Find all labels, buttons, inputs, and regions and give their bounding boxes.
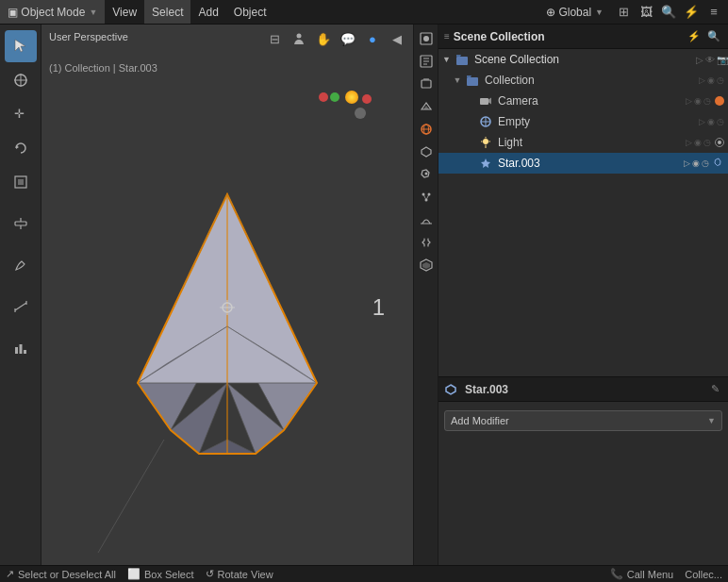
object-menu[interactable]: Object	[226, 0, 274, 24]
properties-header: Star.003 ✎	[438, 377, 728, 402]
svg-marker-47	[422, 147, 431, 157]
scale-tool[interactable]	[5, 166, 37, 198]
rotate-view-item[interactable]: ↺ Rotate View	[206, 568, 273, 580]
constraints-icon[interactable]	[416, 232, 437, 253]
collection-status[interactable]: Collec...	[685, 569, 722, 580]
scene-collection-label: Scene Collection	[474, 53, 559, 66]
select-all-label: Select or Deselect All	[18, 569, 116, 580]
physics-icon[interactable]	[416, 209, 437, 230]
outliner-header: ≡ Scene Collection ⚡ 🔍	[438, 25, 728, 49]
collection-folder-icon	[466, 74, 479, 87]
add-modifier-dropdown[interactable]: Add Modifier ▼	[444, 410, 722, 431]
view-label: View	[112, 6, 137, 19]
star003-row[interactable]: ▶ Star.003 ▷ ◉ ◷	[438, 153, 728, 174]
header-icon-1[interactable]: ⊞	[613, 2, 634, 23]
chart-tool[interactable]	[5, 332, 37, 364]
empty-item-icon	[479, 115, 492, 128]
measure-tool[interactable]	[5, 291, 37, 323]
star-label: Star.003	[498, 157, 540, 170]
svg-line-11	[15, 303, 26, 310]
svg-rect-61	[480, 98, 488, 105]
global-selector[interactable]: ⊕ Global ▼	[538, 6, 611, 19]
svg-rect-59	[467, 77, 478, 86]
empty-row[interactable]: ▶ Empty ▷ ◉ ◷	[438, 111, 728, 132]
dropdown-arrow: ▼	[707, 416, 716, 425]
vp-collapse-icon[interactable]: ◀	[387, 28, 407, 49]
scene-collection-row[interactable]: ▼ Scene Collection ▷ 👁 📷	[438, 49, 728, 70]
outliner-filter-icon[interactable]: ⚡	[686, 28, 703, 45]
modifier-icon[interactable]	[416, 164, 437, 185]
scene-icon[interactable]	[416, 96, 437, 117]
outliner-header-icons: ⚡ 🔍	[686, 28, 722, 45]
select-all-icon: ↗	[6, 568, 14, 580]
camera-item-icon	[479, 94, 492, 108]
header-icon-4[interactable]: ⚡	[681, 2, 702, 23]
collection-row[interactable]: ▼ Collection ▷ ◉ ◷	[438, 70, 728, 91]
viewport-object-area[interactable]: 1	[41, 49, 413, 565]
empty-label: Empty	[498, 115, 530, 128]
move-tool[interactable]: ✛	[5, 98, 37, 130]
vp-person-icon[interactable]	[289, 28, 309, 49]
data-icon[interactable]	[416, 255, 437, 275]
light-row[interactable]: ▶ Light ▷ ◉ ◷	[438, 132, 728, 153]
mode-selector[interactable]: ▣ Object Mode ▼	[0, 0, 105, 24]
header-icon-2[interactable]: 🖼	[636, 2, 656, 23]
add-modifier-label: Add Modifier	[451, 415, 509, 426]
rotate-tool[interactable]	[5, 132, 37, 164]
light-eye-icon: ◉	[694, 138, 702, 147]
render-icon[interactable]	[416, 28, 437, 49]
transform-tool[interactable]	[5, 208, 37, 240]
top-menu-bar: ▣ Object Mode ▼ View Select Add Object ⊕…	[0, 0, 728, 25]
select-menu[interactable]: Select	[144, 0, 190, 24]
star-modifier-icon	[713, 158, 724, 169]
camera-label: Camera	[498, 94, 538, 108]
cursor-tool[interactable]	[5, 64, 37, 96]
world-icon[interactable]	[416, 119, 437, 140]
outliner-search-icon[interactable]: 🔍	[705, 28, 722, 45]
svg-text:✛: ✛	[14, 107, 25, 121]
collection-expand-arrow: ▼	[452, 75, 463, 86]
call-menu-item[interactable]: 📞 Call Menu	[610, 568, 674, 580]
header-icon-3[interactable]: 🔍	[658, 2, 679, 23]
annotate-tool[interactable]	[5, 249, 37, 281]
svg-marker-72	[446, 385, 455, 394]
svg-marker-0	[15, 40, 25, 52]
vp-hand-icon[interactable]: ✋	[313, 28, 334, 49]
select-tool[interactable]	[5, 30, 37, 62]
col-tri-icon: ▷	[699, 75, 705, 85]
sc-camera-icon: 📷	[717, 55, 728, 65]
svg-point-66	[483, 139, 488, 144]
vp-bubble-icon[interactable]: 💬	[338, 28, 358, 49]
outliner-tree[interactable]: ▼ Scene Collection ▷ 👁 📷 ▼	[438, 49, 728, 376]
vp-grid-icon[interactable]: ⊟	[264, 28, 285, 49]
star-eye-icon: ◉	[692, 158, 700, 168]
collection-label: Collection	[485, 74, 535, 87]
select-label: Select	[152, 6, 183, 19]
vp-circle-icon[interactable]: ●	[362, 28, 383, 49]
box-select-label: Box Select	[144, 569, 194, 580]
add-menu[interactable]: Add	[190, 0, 225, 24]
left-toolbar: ✛	[0, 25, 41, 572]
object-label: Object	[234, 6, 267, 19]
right-content: ≡ Scene Collection ⚡ 🔍 ▼ Scene Collectio…	[438, 25, 728, 565]
light-dot	[715, 138, 724, 147]
box-select-item[interactable]: ⬜ Box Select	[127, 568, 194, 580]
rotate-view-icon: ↺	[206, 568, 214, 580]
properties-body: Add Modifier ▼	[438, 402, 728, 440]
view-layer-icon[interactable]	[416, 74, 437, 94]
properties-edit-icon[interactable]: ✎	[707, 382, 722, 397]
col-eye-icon: ◉	[707, 75, 715, 85]
star-object-svg	[95, 157, 359, 458]
camera-row[interactable]: ▶ Camera ▷ ◉ ◷	[438, 91, 728, 111]
select-all-item[interactable]: ↗ Select or Deselect All	[6, 568, 116, 580]
header-icon-5[interactable]: ≡	[703, 2, 724, 23]
emp-cam-icon: ◷	[717, 117, 724, 126]
svg-point-37	[423, 36, 429, 42]
call-menu-label: Call Menu	[627, 569, 674, 580]
light-label: Light	[498, 136, 522, 149]
view-menu[interactable]: View	[105, 0, 144, 24]
particles-icon[interactable]	[416, 187, 437, 208]
object-icon[interactable]	[416, 141, 437, 162]
viewport-3d[interactable]: User Perspective (1) Collection | Star.0…	[41, 25, 413, 565]
output-icon[interactable]	[416, 51, 437, 72]
